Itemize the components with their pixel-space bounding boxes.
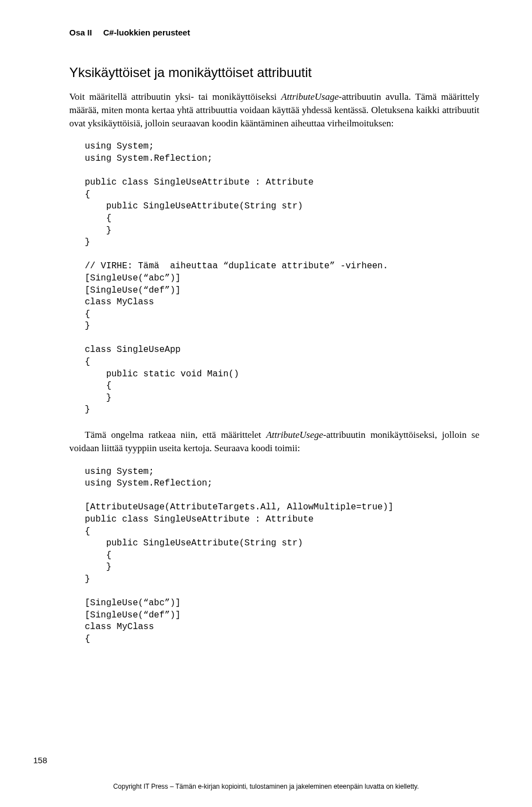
paragraph-2: Tämä ongelma ratkeaa niin, että määritte… [69, 428, 479, 455]
paragraph-1: Voit määritellä attribuutin yksi- tai mo… [69, 90, 479, 130]
p1-italic-1: AttributeUsage [281, 91, 339, 102]
page-header: Osa II C#-luokkien perusteet [69, 28, 479, 37]
p1-text-a: Voit määritellä attribuutin yksi- tai mo… [69, 91, 281, 102]
header-chapter: C#-luokkien perusteet [103, 28, 190, 37]
p2-text-a: Tämä ongelma ratkeaa niin, että määritte… [85, 430, 266, 440]
page-number: 158 [33, 755, 47, 765]
header-part: Osa II [69, 28, 92, 37]
section-title: Yksikäyttöiset ja monikäyttöiset attribu… [69, 65, 479, 80]
header-separator [95, 28, 100, 37]
code-block-2: using System; using System.Reflection; [… [85, 466, 479, 646]
footer-copyright: Copyright IT Press – Tämän e-kirjan kopi… [0, 783, 532, 790]
p2-italic-1: AttributeUsege [266, 430, 323, 440]
code-block-1: using System; using System.Reflection; p… [85, 141, 479, 416]
